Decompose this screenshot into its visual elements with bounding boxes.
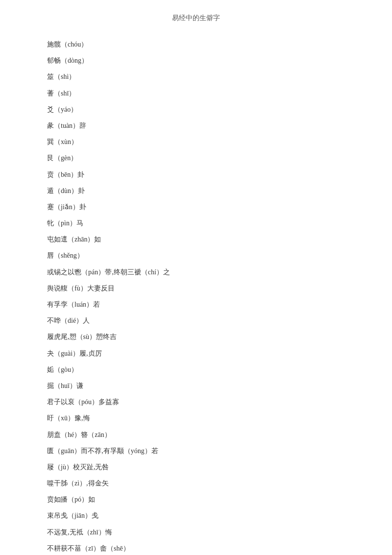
list-item: 遁（dùn）卦 [47, 185, 345, 197]
list-item: 姤（gòu） [47, 363, 345, 376]
list-item: 掘（huī）谦 [47, 380, 345, 392]
list-item: 彖（tuàn）辞 [47, 120, 345, 132]
list-item: 唇（shěng） [47, 249, 345, 262]
list-item: 贲如皤（pó）如 [47, 493, 345, 506]
list-item: 巽（xùn） [47, 136, 345, 148]
list-item: 艮（gèn） [47, 152, 345, 164]
list-item: 郁畅（dòng） [47, 54, 345, 67]
list-item: 君子以裒（póu）多益寡 [47, 396, 345, 408]
list-item: 牝（pìn）马 [47, 217, 345, 229]
list-item: 或锡之以鬯（pán）带,终朝三褫（chí）之 [47, 266, 345, 278]
list-item: 匮（guān）而不荐,有孚颙（yóng）若 [47, 445, 345, 457]
list-item: 不耕获不菑（zī）畲（shē） [47, 542, 345, 555]
list-item: 不哗（dié）人 [47, 314, 345, 327]
list-item: 贲（bēn）卦 [47, 169, 345, 181]
list-item: 朋盍（hé）簪（zān） [47, 429, 345, 441]
list-item: 不远复,无袛（zhī）悔 [47, 526, 345, 538]
list-item: 舆说輹（fù）大妻反目 [47, 282, 345, 294]
list-item: 屯如邅（zhān）如 [47, 233, 345, 245]
list-item: 夬（guài）履,贞厉 [47, 347, 345, 360]
list-item: 蓍（shī） [47, 87, 345, 99]
list-item: 施髋（chóu） [47, 38, 345, 50]
list-item: 盱（xū）豫,悔 [47, 412, 345, 424]
list-item: 蹇（jiǎn）卦 [47, 201, 345, 213]
list-item: 有孚孪（luán）若 [47, 298, 345, 311]
list-item: 爻（yáo） [47, 103, 345, 116]
page-title: 易经中的生僻字 [0, 14, 392, 23]
list-item: 束吊戋（jiān）戋 [47, 509, 345, 522]
list-item: 噬干胏（zì）,得金矢 [47, 477, 345, 489]
content-area: 施髋（chóu）郁畅（dòng）筮（shì）蓍（shī）爻（yáo）彖（tuàn… [0, 38, 392, 555]
list-item: 履虎尾,愬（sù）愬终吉 [47, 331, 345, 343]
list-item: 筮（shì） [47, 71, 345, 83]
list-item: 屦（jù）校灭趾,无咎 [47, 461, 345, 473]
